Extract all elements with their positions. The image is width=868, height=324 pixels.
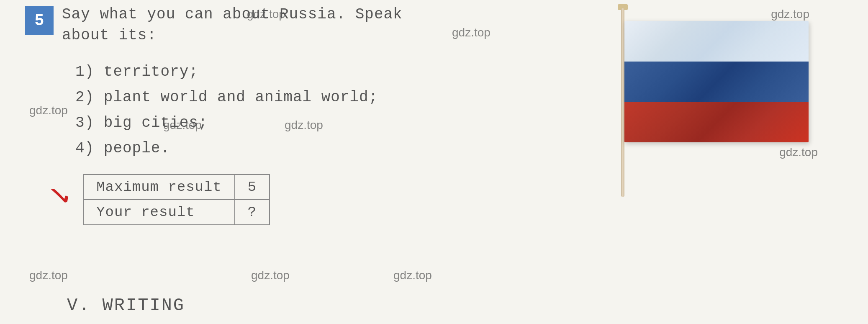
watermark-9: gdz.top [251, 269, 290, 282]
result-table: Maximum result 5 Your result ? [83, 174, 270, 225]
items-list: 1) territory; 2) plant world and animal … [75, 59, 423, 162]
flag-stripe-white [624, 21, 809, 62]
flag-pole [621, 8, 624, 197]
max-result-value: 5 [235, 175, 270, 200]
writing-label: V. WRITING [67, 296, 185, 316]
list-item-3: 3) big cities; [75, 110, 423, 136]
watermark-10: gdz.top [393, 269, 432, 282]
table-row-your: Your result ? [83, 200, 270, 225]
writing-section: V. WRITING [67, 296, 185, 316]
watermark-3: gdz.top [452, 26, 490, 39]
your-result-label: Your result [83, 200, 235, 225]
russian-flag-container [600, 8, 818, 188]
list-item-1: 1) territory; [75, 59, 423, 85]
main-content: 5 Say what you can about Russia. Speak a… [25, 4, 423, 225]
question-number: 5 [25, 6, 54, 35]
your-result-value: ? [235, 200, 270, 225]
flag-stripe-red [624, 102, 809, 142]
flag-stripe-blue [624, 62, 809, 102]
max-result-label: Maximum result [83, 175, 235, 200]
russian-flag [624, 21, 809, 142]
checkmark-icon: ✓ [47, 179, 73, 216]
question-text: Say what you can about Russia. Speak abo… [62, 4, 423, 46]
result-section: ✓ Maximum result 5 Your result ? [50, 174, 423, 225]
list-item-2: 2) plant world and animal world; [75, 85, 423, 110]
watermark-8: gdz.top [29, 269, 68, 282]
question-header: 5 Say what you can about Russia. Speak a… [25, 4, 423, 46]
table-row-max: Maximum result 5 [83, 175, 270, 200]
list-item-4: 4) people. [75, 136, 423, 161]
